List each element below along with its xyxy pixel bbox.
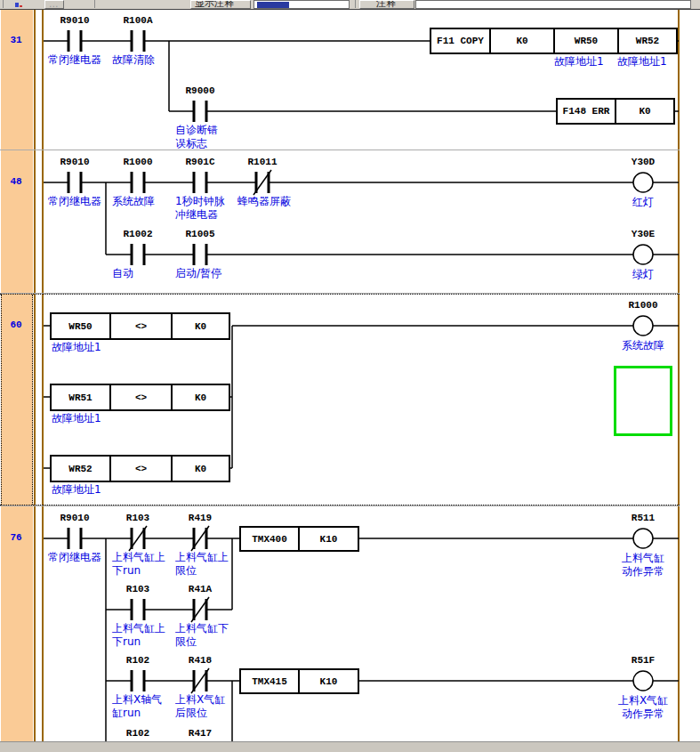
contact-label: 启动/暂停	[175, 267, 221, 280]
r76-coil-R51F[interactable]	[633, 671, 653, 691]
block-cell: K0	[171, 385, 229, 409]
contact-label: 上料气缸上 限位	[175, 551, 229, 578]
contact-label: 常闭继电器	[48, 195, 101, 208]
r76-timer-block-1[interactable]: TMX400 K10	[239, 526, 359, 552]
device-name: R1011	[231, 157, 294, 169]
device-name: R418	[169, 655, 231, 667]
r31-err-block[interactable]: F148 ERR K0	[556, 98, 675, 125]
contact-label: 常闭继电器	[48, 551, 101, 564]
bottom-scroll-strip[interactable]	[0, 741, 700, 752]
r48-contact-R1005[interactable]	[194, 244, 206, 265]
r76-contact-R103-nc[interactable]	[129, 526, 147, 551]
operand-label: 故障地址1	[52, 412, 101, 425]
block-cell: <>	[109, 385, 171, 409]
plc-ladder-editor: ... 显示注释 注释 31 48 60 76	[0, 0, 700, 752]
device-name: Y30E	[612, 229, 674, 241]
device-name: R100A	[107, 15, 169, 28]
block-cell: F148 ERR	[558, 100, 615, 123]
contact-label: 故障清除	[112, 53, 155, 67]
r48-wires	[44, 182, 679, 255]
contact-label: 自动	[112, 267, 133, 280]
r76-contact-R103[interactable]	[132, 599, 144, 620]
r31-copy-block[interactable]: F11 COPY K0 WR50 WR52	[430, 28, 678, 54]
coil-label: 绿灯	[607, 268, 679, 281]
contact-label: 上料气缸上 下run	[112, 622, 165, 649]
contact-label: 常闭继电器	[48, 53, 101, 67]
r60-compare-block-1[interactable]: WR50 <> K0	[50, 312, 230, 340]
block-cell: WR51	[52, 385, 109, 409]
block-cell: WR52	[617, 29, 676, 53]
r48-contact-R9010[interactable]	[68, 172, 81, 193]
r48-contact-R1002[interactable]	[132, 244, 144, 265]
r60-compare-block-2[interactable]: WR51 <> K0	[50, 384, 230, 411]
device-name: R417	[169, 728, 231, 740]
r76-contact-R418-nc[interactable]	[191, 668, 209, 693]
contact-label: 上料气缸上 下run	[112, 551, 165, 578]
operand-label: 故障地址1	[617, 55, 667, 69]
r48-coil-Y30D[interactable]	[633, 173, 653, 192]
r76-timer-block-2[interactable]: TMX415 K10	[239, 668, 359, 694]
r31-contact-R9000[interactable]	[194, 101, 206, 122]
r76-coil-R511[interactable]	[633, 529, 653, 548]
block-cell: TMX400	[241, 528, 298, 550]
coil-label: 系统故障	[607, 339, 679, 352]
device-name: R1000	[612, 300, 674, 312]
contact-label: 上料X轴气 缸run	[112, 693, 162, 720]
operand-label: 故障地址1	[554, 55, 604, 69]
device-name: R41A	[169, 584, 231, 596]
r48-contact-R1011-nc[interactable]	[253, 170, 271, 195]
r31-contact-R100A[interactable]	[132, 30, 144, 52]
r60-compare-block-3[interactable]: WR52 <> K0	[50, 455, 230, 482]
device-name: R901C	[169, 157, 231, 169]
device-name: R1000	[107, 157, 169, 169]
block-cell: TMX415	[241, 670, 298, 692]
device-name: R102	[107, 655, 169, 667]
block-cell: K0	[489, 29, 553, 53]
block-cell: <>	[109, 314, 171, 338]
block-cell: F11 COPY	[431, 29, 489, 53]
contact-label: 系统故障	[112, 195, 155, 208]
coil-label: 红灯	[607, 196, 679, 209]
device-name: R102	[107, 728, 169, 740]
coil-label: 上料气缸 动作异常	[607, 552, 679, 578]
device-name: R9010	[44, 513, 106, 525]
contact-label: 上料气缸下 限位	[175, 622, 229, 649]
edit-cursor[interactable]	[614, 366, 672, 436]
r48-contact-R901C[interactable]	[194, 172, 206, 193]
block-cell: <>	[109, 457, 171, 481]
block-cell: K10	[298, 528, 358, 550]
device-name: R511	[612, 513, 674, 525]
operand-label: 故障地址1	[52, 483, 101, 497]
operand-label: 故障地址1	[52, 341, 101, 354]
block-cell: K0	[171, 314, 229, 338]
block-cell: WR50	[553, 29, 617, 53]
block-cell: WR52	[52, 457, 109, 481]
coil-label: 上料X气缸 动作异常	[607, 694, 679, 721]
r76-contact-R41A-nc[interactable]	[191, 597, 209, 622]
block-cell: K0	[615, 100, 673, 123]
contact-label: 1秒时钟脉 冲继电器	[175, 195, 225, 222]
block-cell: WR50	[52, 314, 109, 338]
device-name: R103	[107, 584, 169, 596]
device-name: R51F	[612, 655, 674, 667]
r76-contact-R9010[interactable]	[68, 528, 81, 549]
contact-label: 蜂鸣器屏蔽	[237, 195, 291, 208]
device-name: R419	[169, 513, 231, 525]
device-name: R9010	[44, 15, 106, 28]
device-name: R1005	[169, 229, 231, 241]
r48-coil-Y30E[interactable]	[633, 245, 653, 264]
contact-label: 上料X气缸 后限位	[175, 693, 225, 720]
device-name: R103	[107, 513, 169, 525]
device-name: R9000	[169, 85, 231, 98]
r60-coil-R1000[interactable]	[633, 316, 653, 336]
device-name: Y30D	[612, 157, 674, 169]
block-cell: K10	[298, 670, 358, 692]
r76-contact-R102[interactable]	[132, 670, 144, 691]
device-name: R9010	[44, 157, 106, 169]
block-cell: K0	[171, 457, 229, 481]
r76-contact-R419-nc[interactable]	[191, 526, 209, 551]
device-name: R1002	[107, 229, 169, 241]
contact-label: 自诊断错 误标志	[175, 124, 218, 150]
r31-contact-R9010[interactable]	[68, 30, 81, 52]
r48-contact-R1000[interactable]	[132, 172, 144, 193]
